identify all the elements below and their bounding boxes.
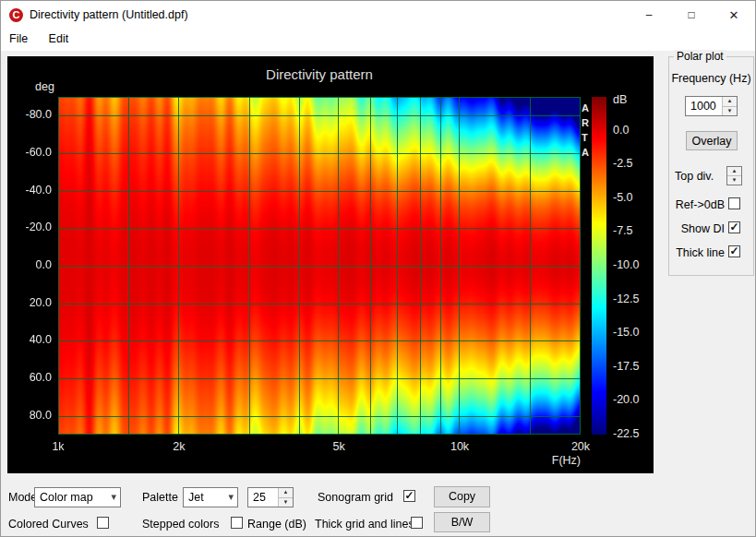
spin-up-icon[interactable]: ▲ [279, 488, 293, 498]
ref-0db-label: Ref->0dB [669, 198, 725, 211]
mode-value: Color map [40, 491, 93, 504]
stepped-colors-label: Stepped colors [142, 518, 219, 531]
ref-0db-checkbox[interactable] [728, 197, 740, 209]
maximize-button[interactable]: □ [670, 1, 713, 30]
arta-letter: A [582, 147, 589, 158]
menu-bar: File Edit [1, 30, 755, 51]
thick-line-checkbox[interactable]: ✓ [728, 245, 740, 257]
range-spin-buttons: ▲ ▼ [278, 488, 293, 507]
y-tick-label: -80.0 [7, 108, 52, 121]
bw-button[interactable]: B/W [434, 512, 490, 532]
x-tick-label: 20k [567, 440, 594, 453]
y-axis-unit: deg [35, 80, 54, 93]
top-div-spin-buttons: ▲ ▼ [727, 167, 741, 185]
thick-grid-label: Thick grid and lines [315, 518, 414, 531]
y-tick-label: -40.0 [7, 184, 52, 197]
colorbar-tick-label: -22.5 [613, 427, 640, 440]
colorbar-unit: dB [613, 93, 627, 106]
colorbar-tick-label: -5.0 [613, 191, 633, 204]
spin-down-icon[interactable]: ▼ [723, 107, 737, 116]
top-div-label: Top div. [675, 170, 714, 183]
chevron-down-icon: ▾ [111, 491, 116, 503]
range-spinner[interactable]: 25 ▲ ▼ [247, 487, 294, 507]
colorbar-tick-label: -15.0 [613, 326, 640, 339]
copy-button[interactable]: Copy [434, 486, 490, 507]
x-tick-label: 1k [44, 440, 72, 453]
polar-plot-group: Polar plot Frequency (Hz) 1000 ▲ ▼ Overl… [668, 56, 754, 276]
range-db-label: Range (dB) [247, 518, 306, 531]
sonogram-grid-label: Sonogram grid [318, 491, 393, 504]
plot-title: Directivity pattern [58, 66, 581, 82]
y-tick-label: 0.0 [7, 258, 52, 271]
colorbar [592, 97, 606, 435]
colorbar-tick-label: -7.5 [613, 224, 633, 237]
minimize-button[interactable]: – [628, 1, 670, 30]
palette-select[interactable]: Jet ▾ [183, 487, 238, 507]
y-tick-label: 60.0 [7, 371, 52, 384]
frequency-spin-buttons: ▲ ▼ [722, 97, 737, 115]
polar-plot-group-title: Polar plot [674, 50, 726, 63]
sonogram-canvas[interactable] [58, 97, 581, 435]
range-value: 25 [253, 491, 266, 504]
y-tick-label: 40.0 [7, 333, 52, 346]
spin-down-icon[interactable]: ▼ [727, 176, 741, 185]
show-di-label: Show DI [669, 222, 725, 235]
mode-label: Mode [8, 491, 37, 504]
x-axis-unit: F(Hz) [507, 454, 581, 467]
x-tick-label: 5k [325, 440, 353, 453]
chevron-down-icon: ▾ [228, 491, 234, 503]
overlay-button[interactable]: Overlay [686, 131, 738, 150]
menu-edit[interactable]: Edit [41, 30, 78, 45]
colored-curves-checkbox[interactable] [97, 517, 109, 529]
colorbar-tick-label: 0.0 [613, 124, 629, 137]
spin-up-icon[interactable]: ▲ [723, 97, 737, 107]
sonogram-grid-checkbox[interactable]: ✓ [403, 490, 415, 502]
thick-grid-checkbox[interactable] [411, 517, 423, 529]
thick-line-label: Thick line [669, 246, 725, 259]
spin-up-icon[interactable]: ▲ [727, 167, 741, 176]
spin-down-icon[interactable]: ▼ [279, 498, 293, 507]
menu-file[interactable]: File [1, 30, 36, 45]
arta-letter: R [582, 117, 589, 128]
y-tick-label: -20.0 [7, 221, 52, 233]
frequency-value: 1000 [690, 100, 716, 113]
colorbar-tick-label: -12.5 [613, 292, 640, 305]
colorbar-tick-label: -2.5 [613, 157, 633, 170]
y-tick-label: -60.0 [7, 146, 52, 159]
arta-letter: T [582, 132, 588, 143]
colorbar-tick-label: -20.0 [613, 393, 640, 406]
palette-value: Jet [188, 491, 204, 504]
colorbar-tick-label: -17.5 [613, 360, 640, 373]
show-di-checkbox[interactable]: ✓ [728, 221, 740, 233]
stepped-colors-checkbox[interactable] [231, 517, 243, 529]
window-title: Directivity pattern (Untitled.dpf) [30, 1, 188, 30]
frequency-spinner[interactable]: 1000 ▲ ▼ [685, 96, 738, 116]
x-tick-label: 2k [165, 440, 193, 453]
y-tick-label: 80.0 [7, 409, 52, 422]
colored-curves-label: Colored Curves [8, 518, 89, 531]
x-tick-label: 10k [446, 440, 474, 453]
y-tick-label: 20.0 [7, 296, 52, 309]
titlebar: C Directivity pattern (Untitled.dpf) – □… [1, 1, 755, 30]
close-button[interactable]: ✕ [713, 1, 755, 30]
colorbar-tick-label: -10.0 [613, 258, 640, 271]
mode-select[interactable]: Color map ▾ [34, 487, 121, 507]
frequency-label: Frequency (Hz) [669, 72, 753, 85]
palette-label: Palette [142, 491, 178, 504]
app-window: C Directivity pattern (Untitled.dpf) – □… [0, 0, 756, 537]
top-div-spinner[interactable]: ▲ ▼ [726, 166, 742, 185]
sonogram-plot-area: Directivity pattern deg dB F(Hz) -80.0-6… [7, 56, 654, 473]
app-icon: C [9, 8, 23, 22]
arta-letter: A [582, 102, 589, 113]
